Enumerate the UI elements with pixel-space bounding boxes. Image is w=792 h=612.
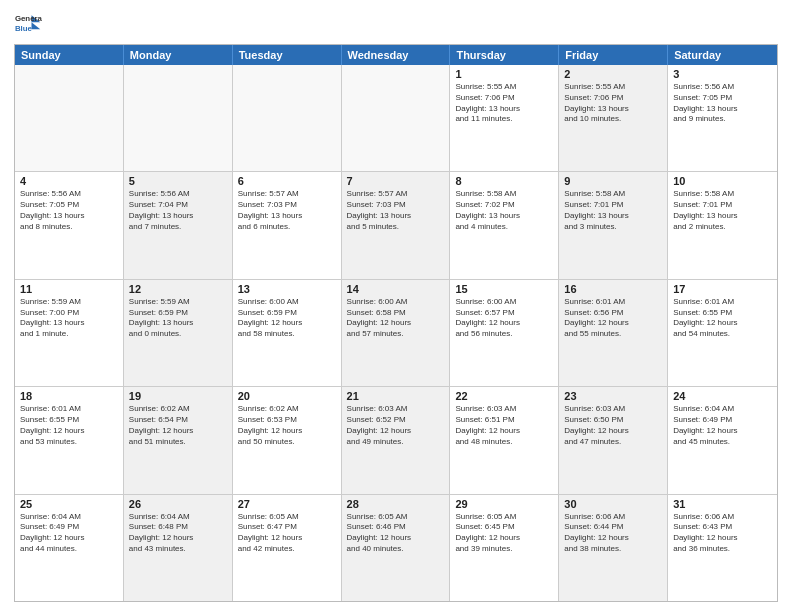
weekday-header-sunday: Sunday <box>15 45 124 65</box>
day-number: 30 <box>564 498 662 510</box>
day-info: Sunrise: 5:56 AM Sunset: 7:04 PM Dayligh… <box>129 189 227 232</box>
page: General Blue SundayMondayTuesdayWednesda… <box>0 0 792 612</box>
day-cell-3: 3Sunrise: 5:56 AM Sunset: 7:05 PM Daylig… <box>668 65 777 171</box>
weekday-header-monday: Monday <box>124 45 233 65</box>
day-cell-9: 9Sunrise: 5:58 AM Sunset: 7:01 PM Daylig… <box>559 172 668 278</box>
day-cell-20: 20Sunrise: 6:02 AM Sunset: 6:53 PM Dayli… <box>233 387 342 493</box>
day-cell-7: 7Sunrise: 5:57 AM Sunset: 7:03 PM Daylig… <box>342 172 451 278</box>
calendar-row-3: 18Sunrise: 6:01 AM Sunset: 6:55 PM Dayli… <box>15 386 777 493</box>
day-info: Sunrise: 5:59 AM Sunset: 7:00 PM Dayligh… <box>20 297 118 340</box>
day-info: Sunrise: 6:02 AM Sunset: 6:54 PM Dayligh… <box>129 404 227 447</box>
day-info: Sunrise: 6:01 AM Sunset: 6:55 PM Dayligh… <box>20 404 118 447</box>
logo: General Blue <box>14 10 44 38</box>
day-number: 4 <box>20 175 118 187</box>
day-number: 31 <box>673 498 772 510</box>
day-number: 3 <box>673 68 772 80</box>
logo-icon: General Blue <box>14 10 42 38</box>
day-number: 10 <box>673 175 772 187</box>
day-number: 2 <box>564 68 662 80</box>
day-number: 8 <box>455 175 553 187</box>
day-info: Sunrise: 6:04 AM Sunset: 6:48 PM Dayligh… <box>129 512 227 555</box>
day-cell-5: 5Sunrise: 5:56 AM Sunset: 7:04 PM Daylig… <box>124 172 233 278</box>
day-number: 6 <box>238 175 336 187</box>
weekday-header-thursday: Thursday <box>450 45 559 65</box>
day-cell-27: 27Sunrise: 6:05 AM Sunset: 6:47 PM Dayli… <box>233 495 342 601</box>
day-number: 23 <box>564 390 662 402</box>
day-info: Sunrise: 6:03 AM Sunset: 6:51 PM Dayligh… <box>455 404 553 447</box>
weekday-header-tuesday: Tuesday <box>233 45 342 65</box>
day-cell-22: 22Sunrise: 6:03 AM Sunset: 6:51 PM Dayli… <box>450 387 559 493</box>
day-info: Sunrise: 6:01 AM Sunset: 6:55 PM Dayligh… <box>673 297 772 340</box>
day-info: Sunrise: 6:02 AM Sunset: 6:53 PM Dayligh… <box>238 404 336 447</box>
calendar-row-0: 1Sunrise: 5:55 AM Sunset: 7:06 PM Daylig… <box>15 65 777 171</box>
day-info: Sunrise: 5:59 AM Sunset: 6:59 PM Dayligh… <box>129 297 227 340</box>
day-info: Sunrise: 6:00 AM Sunset: 6:59 PM Dayligh… <box>238 297 336 340</box>
day-number: 15 <box>455 283 553 295</box>
day-cell-21: 21Sunrise: 6:03 AM Sunset: 6:52 PM Dayli… <box>342 387 451 493</box>
day-cell-30: 30Sunrise: 6:06 AM Sunset: 6:44 PM Dayli… <box>559 495 668 601</box>
day-number: 14 <box>347 283 445 295</box>
empty-cell-r0c1 <box>124 65 233 171</box>
day-number: 16 <box>564 283 662 295</box>
weekday-header-friday: Friday <box>559 45 668 65</box>
calendar-row-2: 11Sunrise: 5:59 AM Sunset: 7:00 PM Dayli… <box>15 279 777 386</box>
calendar-row-4: 25Sunrise: 6:04 AM Sunset: 6:49 PM Dayli… <box>15 494 777 601</box>
day-cell-11: 11Sunrise: 5:59 AM Sunset: 7:00 PM Dayli… <box>15 280 124 386</box>
empty-cell-r0c0 <box>15 65 124 171</box>
day-cell-29: 29Sunrise: 6:05 AM Sunset: 6:45 PM Dayli… <box>450 495 559 601</box>
day-cell-14: 14Sunrise: 6:00 AM Sunset: 6:58 PM Dayli… <box>342 280 451 386</box>
day-number: 13 <box>238 283 336 295</box>
day-number: 26 <box>129 498 227 510</box>
day-number: 12 <box>129 283 227 295</box>
day-cell-12: 12Sunrise: 5:59 AM Sunset: 6:59 PM Dayli… <box>124 280 233 386</box>
day-info: Sunrise: 5:58 AM Sunset: 7:02 PM Dayligh… <box>455 189 553 232</box>
day-number: 5 <box>129 175 227 187</box>
header: General Blue <box>14 10 778 38</box>
day-number: 19 <box>129 390 227 402</box>
day-info: Sunrise: 5:56 AM Sunset: 7:05 PM Dayligh… <box>20 189 118 232</box>
day-number: 22 <box>455 390 553 402</box>
svg-text:Blue: Blue <box>15 24 33 33</box>
day-number: 24 <box>673 390 772 402</box>
day-number: 25 <box>20 498 118 510</box>
day-number: 7 <box>347 175 445 187</box>
day-info: Sunrise: 6:06 AM Sunset: 6:43 PM Dayligh… <box>673 512 772 555</box>
day-info: Sunrise: 5:55 AM Sunset: 7:06 PM Dayligh… <box>455 82 553 125</box>
day-info: Sunrise: 6:03 AM Sunset: 6:52 PM Dayligh… <box>347 404 445 447</box>
day-info: Sunrise: 6:06 AM Sunset: 6:44 PM Dayligh… <box>564 512 662 555</box>
day-info: Sunrise: 6:04 AM Sunset: 6:49 PM Dayligh… <box>20 512 118 555</box>
day-info: Sunrise: 5:57 AM Sunset: 7:03 PM Dayligh… <box>238 189 336 232</box>
day-cell-23: 23Sunrise: 6:03 AM Sunset: 6:50 PM Dayli… <box>559 387 668 493</box>
day-cell-1: 1Sunrise: 5:55 AM Sunset: 7:06 PM Daylig… <box>450 65 559 171</box>
weekday-header-saturday: Saturday <box>668 45 777 65</box>
day-info: Sunrise: 5:57 AM Sunset: 7:03 PM Dayligh… <box>347 189 445 232</box>
day-cell-8: 8Sunrise: 5:58 AM Sunset: 7:02 PM Daylig… <box>450 172 559 278</box>
day-number: 11 <box>20 283 118 295</box>
day-number: 28 <box>347 498 445 510</box>
day-cell-18: 18Sunrise: 6:01 AM Sunset: 6:55 PM Dayli… <box>15 387 124 493</box>
day-number: 9 <box>564 175 662 187</box>
day-cell-4: 4Sunrise: 5:56 AM Sunset: 7:05 PM Daylig… <box>15 172 124 278</box>
day-info: Sunrise: 6:05 AM Sunset: 6:45 PM Dayligh… <box>455 512 553 555</box>
day-cell-28: 28Sunrise: 6:05 AM Sunset: 6:46 PM Dayli… <box>342 495 451 601</box>
day-cell-13: 13Sunrise: 6:00 AM Sunset: 6:59 PM Dayli… <box>233 280 342 386</box>
empty-cell-r0c2 <box>233 65 342 171</box>
day-info: Sunrise: 5:58 AM Sunset: 7:01 PM Dayligh… <box>673 189 772 232</box>
day-cell-6: 6Sunrise: 5:57 AM Sunset: 7:03 PM Daylig… <box>233 172 342 278</box>
day-info: Sunrise: 6:03 AM Sunset: 6:50 PM Dayligh… <box>564 404 662 447</box>
day-number: 18 <box>20 390 118 402</box>
day-cell-25: 25Sunrise: 6:04 AM Sunset: 6:49 PM Dayli… <box>15 495 124 601</box>
day-info: Sunrise: 5:56 AM Sunset: 7:05 PM Dayligh… <box>673 82 772 125</box>
day-number: 1 <box>455 68 553 80</box>
calendar-body: 1Sunrise: 5:55 AM Sunset: 7:06 PM Daylig… <box>15 65 777 601</box>
day-info: Sunrise: 6:05 AM Sunset: 6:47 PM Dayligh… <box>238 512 336 555</box>
day-number: 27 <box>238 498 336 510</box>
day-cell-24: 24Sunrise: 6:04 AM Sunset: 6:49 PM Dayli… <box>668 387 777 493</box>
day-cell-16: 16Sunrise: 6:01 AM Sunset: 6:56 PM Dayli… <box>559 280 668 386</box>
calendar-row-1: 4Sunrise: 5:56 AM Sunset: 7:05 PM Daylig… <box>15 171 777 278</box>
day-cell-19: 19Sunrise: 6:02 AM Sunset: 6:54 PM Dayli… <box>124 387 233 493</box>
weekday-header-wednesday: Wednesday <box>342 45 451 65</box>
day-number: 21 <box>347 390 445 402</box>
day-info: Sunrise: 5:58 AM Sunset: 7:01 PM Dayligh… <box>564 189 662 232</box>
day-cell-10: 10Sunrise: 5:58 AM Sunset: 7:01 PM Dayli… <box>668 172 777 278</box>
